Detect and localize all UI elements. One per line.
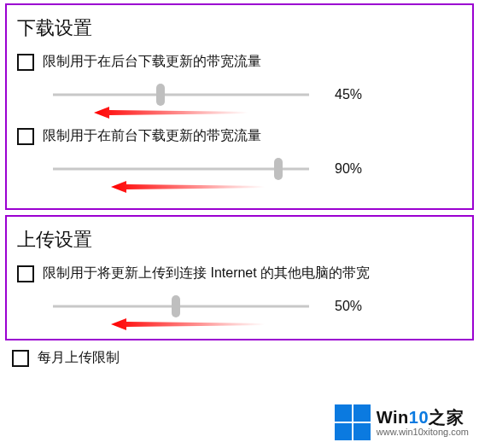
svg-marker-0 bbox=[94, 107, 248, 119]
upload-limit-slider-row: 50% bbox=[17, 289, 462, 320]
fg-limit-label: 限制用于在前台下载更新的带宽流量 bbox=[43, 127, 261, 145]
bg-limit-checkbox[interactable] bbox=[17, 54, 34, 71]
fg-limit-option[interactable]: 限制用于在前台下载更新的带宽流量 bbox=[17, 127, 462, 145]
slider-track bbox=[53, 168, 309, 171]
upload-limit-label: 限制用于将更新上传到连接 Internet 的其他电脑的带宽 bbox=[43, 265, 370, 282]
annotation-arrow-icon bbox=[94, 107, 462, 119]
watermark-brand-b: 10 bbox=[409, 408, 429, 427]
upload-heading: 上传设置 bbox=[17, 227, 462, 253]
upload-limit-checkbox[interactable] bbox=[17, 265, 34, 282]
annotation-arrow-icon bbox=[111, 181, 462, 193]
annotation-arrow-icon bbox=[111, 318, 462, 330]
upload-limit-value: 50% bbox=[335, 299, 376, 314]
bg-limit-label: 限制用于在后台下载更新的带宽流量 bbox=[43, 53, 261, 71]
watermark-brand-c: 之家 bbox=[429, 408, 464, 427]
svg-marker-1 bbox=[111, 181, 265, 193]
bg-limit-option[interactable]: 限制用于在后台下载更新的带宽流量 bbox=[17, 53, 462, 71]
download-settings-panel: 下载设置 限制用于在后台下载更新的带宽流量 45% 限制用于在前台下载更新的带宽… bbox=[5, 3, 474, 210]
monthly-limit-checkbox[interactable] bbox=[12, 350, 29, 367]
slider-thumb[interactable] bbox=[156, 84, 165, 106]
fg-limit-checkbox[interactable] bbox=[17, 128, 34, 145]
fg-limit-slider[interactable] bbox=[53, 159, 309, 179]
bg-limit-slider-row: 45% bbox=[17, 78, 462, 108]
windows-logo-icon bbox=[334, 404, 371, 441]
watermark: Win10之家 www.win10xitong.com bbox=[330, 402, 472, 443]
fg-limit-value: 90% bbox=[335, 161, 376, 177]
monthly-limit-option[interactable]: 每月上传限制 bbox=[12, 346, 479, 367]
upload-limit-slider[interactable] bbox=[53, 296, 309, 317]
slider-thumb[interactable] bbox=[172, 295, 180, 317]
bg-limit-value: 45% bbox=[335, 87, 376, 102]
download-heading: 下载设置 bbox=[17, 15, 462, 41]
watermark-url: www.win10xitong.com bbox=[377, 428, 469, 437]
slider-thumb[interactable] bbox=[274, 158, 283, 180]
svg-marker-2 bbox=[111, 318, 265, 330]
upload-settings-panel: 上传设置 限制用于将更新上传到连接 Internet 的其他电脑的带宽 50% bbox=[5, 215, 474, 340]
watermark-text: Win10之家 www.win10xitong.com bbox=[377, 409, 469, 437]
upload-limit-option[interactable]: 限制用于将更新上传到连接 Internet 的其他电脑的带宽 bbox=[17, 265, 462, 282]
fg-limit-slider-row: 90% bbox=[17, 152, 462, 183]
slider-track bbox=[53, 94, 309, 96]
bg-limit-slider[interactable] bbox=[53, 84, 309, 105]
slider-track bbox=[53, 305, 309, 308]
watermark-brand-a: Win bbox=[377, 408, 409, 427]
monthly-limit-label: 每月上传限制 bbox=[38, 349, 120, 367]
